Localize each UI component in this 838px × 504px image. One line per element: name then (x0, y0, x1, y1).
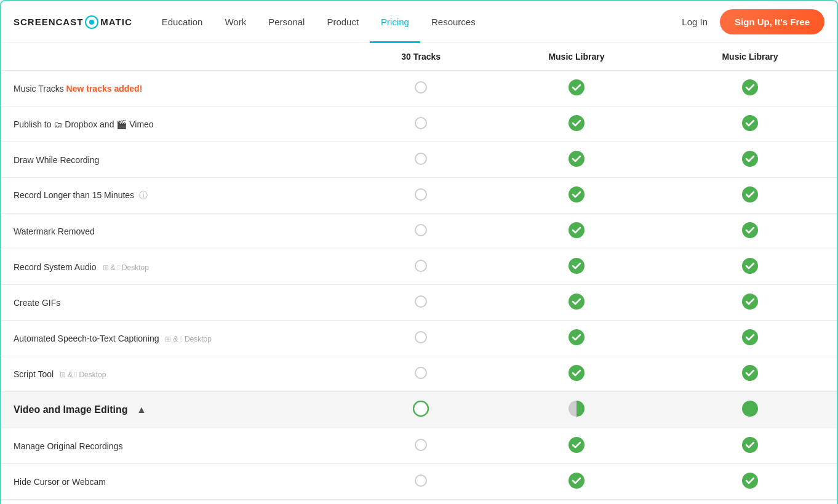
svg-point-7 (742, 186, 758, 202)
feature-label: Automated Speech-to-Text Captioning (14, 334, 159, 343)
col2-cell (490, 464, 663, 500)
col3-cell (663, 106, 837, 142)
col1-cell (352, 106, 490, 142)
col2-cell (490, 321, 663, 356)
check-icon (569, 437, 585, 453)
table-row: Draw While Recording (1, 142, 837, 178)
col1-cell (352, 428, 490, 464)
feature-cell: Watermark Removed (1, 214, 352, 249)
col3-cell (663, 142, 837, 178)
check-icon (742, 79, 758, 95)
feature-label: Watermark Removed (14, 226, 95, 236)
feature-cell: Hide Cursor or Webcam (1, 464, 352, 500)
svg-point-14 (569, 329, 585, 345)
feature-label-end: Vimeo (129, 119, 153, 129)
svg-point-18 (413, 401, 428, 416)
col3-cell (663, 500, 837, 505)
check-icon (569, 151, 585, 167)
empty-circle-icon (415, 295, 427, 308)
section-col3 (663, 392, 837, 428)
logo: SCREENCAST MATIC (14, 15, 132, 29)
col2-cell (490, 428, 663, 464)
svg-point-17 (742, 365, 758, 381)
svg-point-2 (569, 115, 585, 131)
nav-product[interactable]: Product (316, 1, 370, 43)
desktop-badge: ⊞ &  Desktop (60, 370, 106, 379)
navbar: SCREENCAST MATIC Education Work Personal… (1, 1, 837, 43)
feature-label: Script Tool (14, 369, 54, 379)
svg-point-6 (569, 186, 585, 202)
nav-pricing[interactable]: Pricing (370, 1, 420, 43)
check-icon (569, 365, 585, 381)
empty-circle-icon (415, 260, 427, 272)
windows-icon: ⊞ (103, 263, 109, 272)
svg-point-1 (742, 79, 758, 95)
feature-label: Record System Audio (14, 262, 97, 272)
check-icon (569, 115, 585, 131)
login-link[interactable]: Log In (682, 17, 708, 27)
feature-cell: Manage Original Recordings (1, 428, 352, 464)
info-icon: ⓘ (139, 190, 148, 200)
chevron-up-icon[interactable]: ▲ (137, 404, 146, 415)
col1-header: 30 Tracks (352, 43, 490, 71)
desktop-badge: ⊞ &  Desktop (103, 263, 149, 272)
nav-resources[interactable]: Resources (420, 1, 487, 43)
svg-point-13 (742, 294, 758, 310)
table-row: Watermark Removed (1, 214, 837, 249)
table-row: Publish to 🗂 Dropbox and 🎬 Vimeo (1, 106, 837, 142)
apple-icon:  (74, 370, 77, 379)
table-row: Record System Audio ⊞ &  Desktop (1, 249, 837, 285)
col3-cell (663, 178, 837, 214)
table-row: Create GIFs (1, 285, 837, 321)
svg-point-11 (742, 258, 758, 274)
desktop-badge: ⊞ &  Desktop (165, 335, 211, 343)
empty-circle-icon (415, 81, 427, 94)
table-row: Script Tool ⊞ &  Desktop (1, 356, 837, 392)
apple-icon:  (180, 335, 183, 343)
table-row: Change Color of Cursor Halo ⊞ &  Deskto… (1, 500, 837, 505)
feature-label: Draw While Recording (14, 155, 99, 165)
nav-right: Log In Sign Up, It's Free (682, 9, 824, 34)
svg-point-24 (742, 473, 758, 489)
check-icon (742, 473, 758, 489)
svg-point-10 (569, 258, 585, 274)
circle-outline-green-icon (413, 401, 429, 417)
check-icon (742, 294, 758, 310)
table-row: Automated Speech-to-Text Captioning ⊞ & … (1, 321, 837, 356)
svg-point-23 (569, 473, 585, 489)
logo-icon-inner (89, 20, 94, 25)
empty-circle-icon (415, 153, 427, 165)
check-icon (569, 79, 585, 95)
windows-icon: ⊞ (165, 335, 171, 343)
col3-cell (663, 321, 837, 356)
check-icon (569, 473, 585, 489)
empty-circle-icon (415, 224, 427, 236)
empty-circle-icon (415, 331, 427, 343)
feature-cell: Publish to 🗂 Dropbox and 🎬 Vimeo (1, 106, 352, 142)
section-label: Video and Image Editing (14, 404, 128, 415)
svg-point-5 (742, 151, 758, 167)
section-col2 (490, 392, 663, 428)
svg-point-3 (742, 115, 758, 131)
col3-cell (663, 249, 837, 285)
nav-work[interactable]: Work (213, 1, 257, 43)
signup-button[interactable]: Sign Up, It's Free (720, 9, 824, 34)
logo-text-before: SCREENCAST (14, 17, 83, 27)
feature-cell: Create GIFs (1, 285, 352, 321)
svg-point-0 (569, 79, 585, 95)
check-icon (742, 258, 758, 274)
section-row: Video and Image Editing ▲ (1, 392, 837, 428)
dropbox-icon: 🗂 (54, 119, 62, 129)
col1-cell (352, 500, 490, 505)
nav-personal[interactable]: Personal (257, 1, 316, 43)
table-row: Music Tracks New tracks added! (1, 71, 837, 106)
table-header-row: 30 Tracks Music Library Music Library (1, 43, 837, 71)
feature-cell: Script Tool ⊞ &  Desktop (1, 356, 352, 392)
check-icon (742, 186, 758, 202)
check-icon (742, 365, 758, 381)
pricing-table: 30 Tracks Music Library Music Library Mu… (1, 43, 837, 504)
table-row: Manage Original Recordings (1, 428, 837, 464)
section-col1 (352, 392, 490, 428)
vimeo-icon: 🎬 (116, 119, 127, 129)
nav-education[interactable]: Education (151, 1, 214, 43)
